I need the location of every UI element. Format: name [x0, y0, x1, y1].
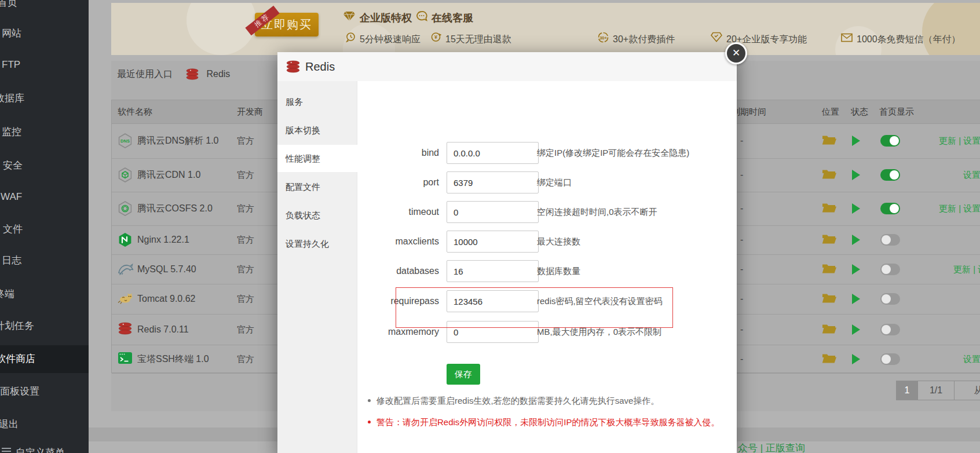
start-icon[interactable]	[852, 324, 860, 335]
homepage-toggle[interactable]	[880, 353, 900, 365]
homepage-toggle[interactable]	[880, 264, 900, 275]
plugins-icon: 30+	[598, 32, 609, 47]
nginx-icon	[118, 232, 133, 247]
tab-version-switch[interactable]: 版本切换	[277, 116, 357, 144]
row-action-links[interactable]: 更新 | 设置	[939, 203, 980, 214]
folder-icon[interactable]	[822, 352, 837, 366]
folder-icon[interactable]	[822, 134, 837, 148]
homepage-toggle[interactable]	[880, 169, 900, 181]
folder-icon[interactable]	[822, 202, 837, 215]
sidebar-item-cron[interactable]: 计划任务	[0, 312, 111, 340]
sidebar-item-app-store[interactable]: 软件商店	[0, 345, 89, 373]
homepage-toggle[interactable]	[880, 324, 900, 335]
start-icon[interactable]	[852, 354, 860, 364]
sidebar-item-database[interactable]: 数据库	[0, 85, 111, 112]
col-homepage: 首页显示	[879, 100, 914, 123]
sidebar-item-website[interactable]: 网站	[2, 20, 118, 48]
sidebar-item-monitor[interactable]: 监控	[2, 118, 118, 146]
redis-icon	[286, 60, 301, 73]
homepage-toggle[interactable]	[880, 293, 900, 305]
security-warning: 警告：请勿开启Redis外网访问权限，未限制访问IP的情况下极大概率导致服务器被…	[368, 416, 727, 429]
row-action-links[interactable]: 更新 | 设置	[939, 136, 980, 147]
tab-config-file[interactable]: 配置文件	[277, 173, 357, 200]
databases-input[interactable]	[447, 260, 539, 282]
sidebar-item-files[interactable]: 文件	[3, 215, 119, 243]
col-location: 位置	[822, 100, 839, 123]
folder-icon[interactable]	[822, 233, 837, 247]
row-action-links[interactable]: 设置	[963, 353, 980, 364]
folder-icon[interactable]	[822, 323, 837, 336]
svg-text:¥: ¥	[434, 35, 437, 41]
sidebar-item-panel-settings[interactable]: 面板设置	[0, 378, 116, 405]
col-expire: 到期时间	[732, 100, 766, 123]
chat-icon	[416, 11, 427, 25]
maxclients-input[interactable]	[447, 231, 539, 253]
restart-note: 修改配置后需要重启redis生效,若您的数据需要持久化请先执行save操作。	[368, 394, 727, 407]
redis-icon	[185, 68, 199, 80]
start-icon[interactable]	[852, 264, 860, 275]
promo-banner: 立即购买 推荐 企业版特权 在线客服 5分钟极速响应 ¥ 15天无理由退款 30…	[111, 3, 980, 55]
tab-persistence[interactable]: 设置持久化	[277, 230, 357, 257]
sidebar-item-terminal[interactable]: 终端	[0, 280, 111, 308]
modal-title: Redis	[305, 52, 335, 81]
mysql-dolphin-icon	[118, 262, 133, 277]
sidebar-item-custom-menu[interactable]: 自定义菜单	[2, 439, 118, 453]
folder-icon[interactable]	[822, 262, 837, 276]
start-icon[interactable]	[852, 170, 860, 180]
dns-hexagon-icon: DNS	[118, 133, 133, 148]
sidebar-item-logs[interactable]: 日志	[2, 247, 118, 275]
row-action-links[interactable]: 更新 | 设置	[953, 264, 980, 275]
save-button[interactable]: 保存	[447, 364, 480, 385]
pagination-range-info: 从1-8	[954, 381, 980, 400]
form-row-maxmemory: maxmemory MB,最大使用内存，0表示不限制	[357, 321, 737, 343]
mail-icon	[841, 32, 853, 46]
modal-tab-list: 服务 版本切换 性能调整 配置文件 负载状态 设置持久化	[277, 81, 357, 453]
col-status: 状态	[851, 100, 868, 123]
start-icon[interactable]	[852, 294, 860, 304]
folder-icon[interactable]	[822, 293, 837, 306]
enterprise-privilege-link[interactable]: 企业版特权	[343, 11, 412, 25]
close-icon[interactable]: ✕	[725, 42, 747, 64]
row-action-links[interactable]: 设置	[963, 170, 980, 181]
form-row-requirepass: requirepass redis密码,留空代表没有设置密码	[357, 290, 737, 312]
start-icon[interactable]	[852, 136, 860, 146]
recent-entry-redis[interactable]: Redis	[185, 65, 230, 83]
sidebar-item-security[interactable]: 安全	[3, 152, 119, 180]
start-icon[interactable]	[852, 203, 860, 214]
cosfs-hexagon-icon	[118, 201, 133, 216]
start-icon[interactable]	[852, 235, 860, 245]
form-row-databases: databases 数据库数量	[357, 260, 737, 282]
banner-decor-circle	[922, 3, 980, 55]
tab-load-status[interactable]: 负载状态	[277, 202, 357, 229]
hamburger-icon	[2, 448, 11, 453]
perk-exclusive-features: 20+企业版专享功能	[711, 32, 807, 46]
form-row-timeout: timeout 空闲连接超时时间,0表示不断开	[357, 201, 737, 223]
col-developer: 开发商	[237, 100, 263, 123]
redis-settings-modal: Redis ✕ 服务 版本切换 性能调整 配置文件 负载状态 设置持久化 bin…	[277, 52, 737, 453]
tab-performance[interactable]: 性能调整	[277, 145, 358, 172]
tab-service[interactable]: 服务	[277, 88, 357, 115]
features-diamond-icon	[711, 32, 722, 46]
requirepass-input[interactable]	[447, 290, 539, 312]
pagination-current-page[interactable]: 1	[896, 381, 918, 400]
homepage-toggle[interactable]	[880, 234, 900, 246]
footer-genuine-check-link[interactable]: 众号 | 正版查询	[738, 441, 805, 453]
sidebar-item-ftp[interactable]: FTP	[2, 51, 118, 79]
homepage-toggle[interactable]	[880, 135, 900, 147]
perk-refund: ¥ 15天无理由退款	[431, 32, 511, 46]
tomcat-cat-icon	[118, 291, 133, 306]
ssh-terminal-icon	[118, 352, 133, 367]
homepage-toggle[interactable]	[880, 203, 900, 214]
sidebar-item-home[interactable]: 首页	[0, 0, 114, 17]
perk-paid-plugins: 30+ 30+款付费插件	[598, 32, 675, 46]
sidebar-item-waf[interactable]: WAF	[1, 183, 116, 211]
folder-icon[interactable]	[822, 169, 837, 182]
timeout-input[interactable]	[447, 201, 539, 223]
pagination-page-info[interactable]: 1/1	[917, 381, 955, 400]
sidebar-item-logout[interactable]: 退出	[0, 411, 115, 439]
bind-input[interactable]	[447, 142, 539, 164]
port-input[interactable]	[447, 171, 539, 193]
online-support-link[interactable]: 在线客服	[416, 11, 473, 25]
maxmemory-input[interactable]	[447, 321, 539, 343]
form-row-port: port 绑定端口	[357, 171, 737, 193]
